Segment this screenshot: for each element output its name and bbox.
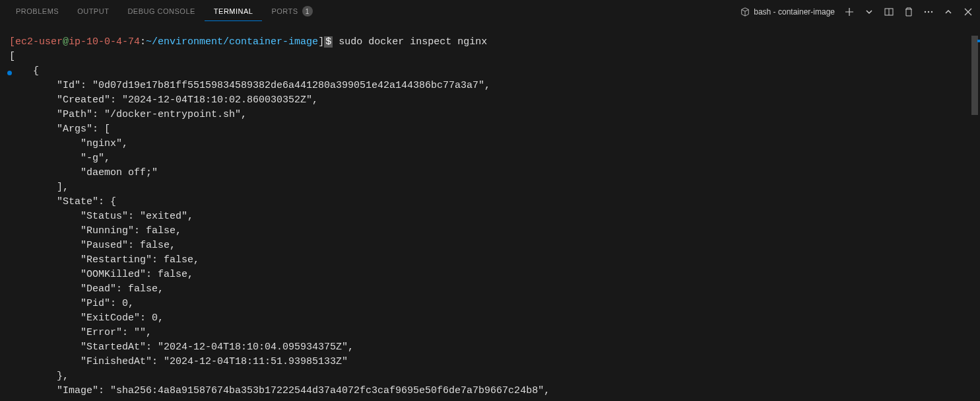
prompt-at: @ [63,36,69,48]
kill-terminal-button[interactable] [903,7,914,17]
prompt-host: ip-10-0-4-74 [69,36,140,48]
tab-debug-console[interactable]: DEBUG CONSOLE [118,2,204,20]
prompt-colon: : [140,36,146,48]
more-actions-button[interactable] [923,7,934,17]
terminal-selector-label: bash - container-image [754,7,835,17]
output-lines: [ { "Id": "0d07d19e17b81ff55159834589382… [9,50,980,398]
maximize-panel-button[interactable] [943,7,954,17]
tab-output[interactable]: OUTPUT [68,2,118,20]
scroll-marker [977,40,980,42]
prompt-user: [ec2-user [9,36,63,48]
split-terminal-button[interactable] [884,7,894,17]
prompt-path: ~/environment/container-image [146,36,318,48]
svg-point-2 [928,11,929,12]
svg-point-1 [925,11,926,12]
terminal-toolbar: bash - container-image [740,0,973,23]
tab-problems[interactable]: PROBLEMS [7,2,68,20]
tab-ports-label: PORTS [271,7,298,15]
new-terminal-button[interactable] [844,7,855,17]
chevron-down-icon[interactable] [864,7,874,17]
scrollbar-thumb[interactable] [971,36,978,115]
ports-count-badge: 1 [302,6,313,17]
terminal-output[interactable]: [ec2-user@ip-10-0-4-74:~/environment/con… [0,23,980,398]
tab-terminal[interactable]: TERMINAL [205,2,263,21]
prompt-end: ] [318,36,324,48]
prompt-dollar: $ [324,36,333,48]
cube-icon [740,7,750,17]
close-panel-button[interactable] [963,7,973,17]
terminal-selector[interactable]: bash - container-image [740,7,835,17]
tab-ports[interactable]: PORTS 1 [262,1,321,22]
dirty-indicator-icon [7,71,12,75]
svg-point-3 [931,11,932,12]
command-text: sudo docker inspect nginx [333,36,487,48]
